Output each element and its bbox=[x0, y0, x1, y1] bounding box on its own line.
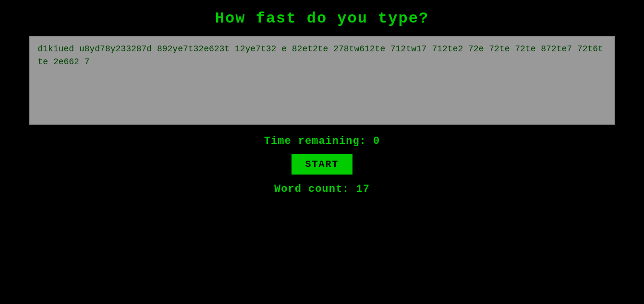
page-title: How fast do you type? bbox=[215, 10, 429, 27]
typing-area-container: d1kiued u8yd78y233287d 892ye7t32e623t 12… bbox=[29, 36, 615, 125]
start-button[interactable]: START bbox=[292, 154, 352, 175]
timer-display: Time remaining: 0 bbox=[264, 135, 380, 147]
words-display: d1kiued u8yd78y233287d 892ye7t32e623t 12… bbox=[38, 43, 607, 118]
word-count-display: Word count: 17 bbox=[274, 183, 370, 195]
